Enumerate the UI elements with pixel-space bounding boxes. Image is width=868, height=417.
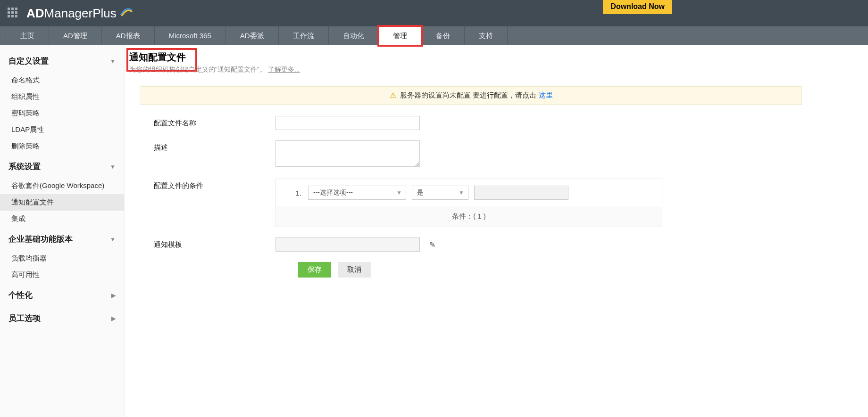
- nav-tab-0[interactable]: 主页: [6, 26, 49, 45]
- download-now-button[interactable]: Download Now: [603, 0, 672, 14]
- sidebar-group-2[interactable]: 企业基础功能版本▼: [0, 227, 124, 250]
- sidebar-item-0-2[interactable]: 密码策略: [0, 105, 124, 122]
- page-subtitle: 为您的组织机构创建自定义的"通知配置文件"。 了解更多...: [129, 65, 868, 74]
- sidebar-item-2-0[interactable]: 负载均衡器: [0, 250, 124, 267]
- condition-row: 1. ---选择选项--- ▼ 是 ▼: [276, 179, 662, 206]
- apps-grid-icon[interactable]: [8, 8, 19, 19]
- nav-tab-6[interactable]: 自动化: [329, 26, 379, 45]
- brand-swoosh-icon: [119, 5, 134, 22]
- warning-icon: ⚠: [390, 91, 396, 100]
- nav-tab-3[interactable]: Microsoft 365: [155, 26, 226, 45]
- sidebar-item-1-2[interactable]: 集成: [0, 211, 124, 227]
- brand-mid: Manager: [44, 6, 93, 21]
- template-label: 通知模板: [129, 237, 275, 249]
- top-bar: ADManager Plus Download Now: [0, 0, 868, 26]
- description-textarea[interactable]: [275, 140, 420, 167]
- page-header: 通知配置文件 为您的组织机构创建自定义的"通知配置文件"。 了解更多...: [125, 45, 868, 78]
- nav-tab-9[interactable]: 支持: [465, 26, 508, 45]
- condition-operator-select[interactable]: 是 ▼: [412, 186, 468, 200]
- condition-number: 1.: [284, 189, 308, 197]
- sidebar-item-0-3[interactable]: LDAP属性: [0, 122, 124, 138]
- sidebar-item-0-1[interactable]: 组织属性: [0, 89, 124, 105]
- brand-prefix: AD: [26, 6, 44, 21]
- main-nav: 主页AD管理AD报表Microsoft 365AD委派工作流自动化管理备份支持: [0, 26, 868, 45]
- caret-icon: ▶: [111, 292, 116, 299]
- caret-icon: ▼: [110, 164, 116, 170]
- sidebar-group-1[interactable]: 系统设置▼: [0, 155, 124, 178]
- nav-tab-5[interactable]: 工作流: [279, 26, 329, 45]
- condition-value-input[interactable]: [474, 186, 568, 200]
- nav-tab-2[interactable]: AD报表: [102, 26, 155, 45]
- cancel-button[interactable]: 取消: [338, 262, 371, 278]
- learn-more-link[interactable]: 了解更多...: [268, 65, 300, 73]
- conditions-container: 1. ---选择选项--- ▼ 是 ▼ 条件：( 1 ): [275, 179, 662, 227]
- sidebar-item-0-0[interactable]: 命名格式: [0, 72, 124, 89]
- chevron-down-icon: ▼: [459, 189, 464, 196]
- nav-tab-7[interactable]: 管理: [379, 26, 422, 45]
- sidebar-item-1-0[interactable]: 谷歌套件(Google Workspace): [0, 178, 124, 194]
- main-content: 通知配置文件 为您的组织机构创建自定义的"通知配置文件"。 了解更多... ⚠ …: [125, 45, 868, 417]
- sidebar-group-0[interactable]: 自定义设置▼: [0, 49, 124, 72]
- chevron-down-icon: ▼: [396, 189, 402, 196]
- condition-summary: 条件：( 1 ): [276, 206, 662, 227]
- save-button[interactable]: 保存: [298, 262, 331, 278]
- caret-icon: ▶: [111, 315, 116, 322]
- sidebar-group-3[interactable]: 个性化▶: [0, 283, 124, 306]
- edit-pencil-icon[interactable]: ✎: [429, 240, 435, 249]
- condition-field-select[interactable]: ---选择选项--- ▼: [308, 186, 406, 200]
- brand-suffix: Plus: [92, 6, 117, 21]
- conditions-label: 配置文件的条件: [129, 179, 275, 190]
- warning-text: 服务器的设置尚未配置 要进行配置，请点击: [400, 91, 538, 99]
- notification-template-field[interactable]: [275, 237, 420, 252]
- page-title: 通知配置文件: [129, 51, 186, 64]
- sidebar-item-2-1[interactable]: 高可用性: [0, 267, 124, 283]
- warning-config-link[interactable]: 这里: [539, 91, 553, 99]
- sidebar-item-0-4[interactable]: 删除策略: [0, 138, 124, 155]
- sidebar: 自定义设置▼命名格式组织属性密码策略LDAP属性删除策略系统设置▼谷歌套件(Go…: [0, 45, 125, 417]
- nav-tab-1[interactable]: AD管理: [49, 26, 102, 45]
- warning-banner: ⚠ 服务器的设置尚未配置 要进行配置，请点击 这里: [141, 86, 802, 105]
- nav-tab-8[interactable]: 备份: [422, 26, 465, 45]
- profile-name-input[interactable]: [275, 116, 420, 130]
- nav-tab-4[interactable]: AD委派: [226, 26, 279, 45]
- sidebar-item-1-1[interactable]: 通知配置文件: [0, 194, 124, 211]
- caret-icon: ▼: [110, 236, 116, 243]
- sidebar-group-4[interactable]: 员工选项▶: [0, 306, 124, 329]
- profile-name-label: 配置文件名称: [129, 116, 275, 128]
- description-label: 描述: [129, 140, 275, 152]
- product-brand: ADManager Plus: [26, 5, 134, 22]
- caret-icon: ▼: [110, 58, 116, 65]
